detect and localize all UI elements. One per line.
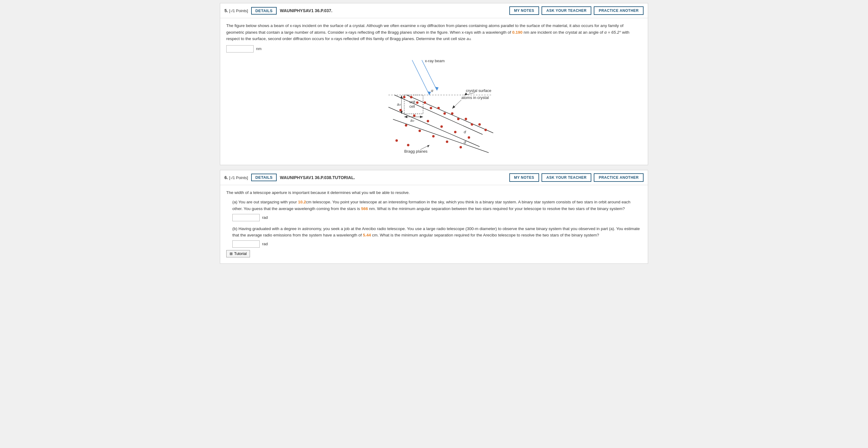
svg-marker-13 — [420, 116, 423, 118]
q5-details-button[interactable]: DETAILS — [251, 7, 277, 14]
q5-title: WAUNIPHYSAV1 36.P.037. — [280, 8, 506, 13]
svg-point-41 — [460, 146, 462, 149]
svg-line-17 — [393, 119, 489, 153]
svg-marker-12 — [404, 116, 407, 118]
svg-marker-45 — [452, 105, 455, 109]
q6-sub-a-input[interactable] — [232, 214, 260, 221]
q5-my-notes-button[interactable]: MY NOTES — [509, 6, 539, 15]
q6-details-button[interactable]: DETAILS — [251, 173, 277, 181]
svg-point-31 — [399, 109, 402, 111]
xray-beam-label: x-ray beam — [425, 59, 445, 63]
svg-point-19 — [416, 101, 418, 104]
svg-point-32 — [413, 115, 415, 117]
tutorial-icon: ⊞ — [229, 252, 232, 256]
q6-my-notes-button[interactable]: MY NOTES — [509, 173, 539, 182]
question-5-header: 5. [-/1 Points] DETAILS WAUNIPHYSAV1 36.… — [220, 3, 648, 18]
q6-sub-a-unit: rad — [262, 215, 268, 220]
q5-answer-input[interactable] — [226, 45, 254, 53]
q5-diagram: x-ray beam crystal surface — [226, 56, 642, 156]
bragg-planes-label: Bragg planes — [404, 149, 428, 154]
unit-cell-label2: cell — [409, 104, 415, 109]
svg-point-30 — [478, 123, 481, 126]
q6-sub-b-input[interactable] — [232, 241, 260, 248]
svg-point-18 — [403, 96, 405, 98]
tutorial-label: Tutorial — [234, 252, 247, 256]
svg-point-43 — [407, 144, 409, 146]
q5-ask-teacher-button[interactable]: ASK YOUR TEACHER — [541, 6, 591, 15]
svg-point-33 — [427, 120, 429, 122]
svg-point-35 — [454, 131, 457, 133]
svg-point-27 — [437, 107, 440, 109]
svg-point-24 — [485, 129, 487, 131]
question-5-block: 5. [-/1 Points] DETAILS WAUNIPHYSAV1 36.… — [220, 3, 648, 165]
svg-line-0 — [412, 60, 429, 95]
svg-point-28 — [451, 112, 454, 115]
q6-sub-a: (a) You are out stargazing with your 10.… — [232, 199, 642, 212]
svg-point-22 — [457, 118, 460, 120]
svg-line-2 — [422, 60, 437, 91]
svg-point-26 — [424, 101, 426, 104]
svg-point-36 — [468, 136, 470, 139]
q5-body: The figure below shows a beam of x-rays … — [220, 18, 648, 165]
svg-point-40 — [446, 140, 448, 143]
q5-number: 5. [-/1 Points] — [224, 8, 248, 13]
svg-marker-1 — [427, 91, 431, 95]
atoms-label: atoms in crystal — [461, 95, 489, 100]
question-6-block: 6. [-/1 Points] DETAILS WAUNIPHYSAV1 36.… — [220, 170, 648, 264]
q5-description: The figure below shows a beam of x-rays … — [226, 23, 642, 42]
d-label-2: d — [464, 140, 466, 145]
svg-point-42 — [396, 139, 398, 142]
svg-point-39 — [432, 135, 435, 137]
a0-vertical: a₀ — [397, 102, 401, 106]
crystal-surface-label: crystal surface — [466, 88, 491, 93]
q6-header-buttons: MY NOTES ASK YOUR TEACHER PRACTICE ANOTH… — [509, 173, 644, 182]
q5-practice-another-button[interactable]: PRACTICE ANOTHER — [594, 6, 644, 15]
q6-intro: The width of a telescope aperture is imp… — [226, 189, 642, 196]
svg-point-23 — [471, 123, 473, 126]
a0-horizontal: a₀ — [410, 118, 414, 123]
svg-point-38 — [418, 130, 421, 132]
svg-point-20 — [430, 107, 432, 109]
svg-point-21 — [443, 112, 446, 115]
q6-sub-b-unit: rad — [262, 242, 268, 246]
svg-point-25 — [410, 96, 412, 98]
q6-sub-b: (b) Having graduated with a degree in as… — [232, 226, 642, 238]
svg-point-34 — [440, 125, 443, 128]
d-label-1: d — [464, 130, 466, 134]
q6-sub-a-answer: rad — [232, 214, 642, 221]
svg-line-14 — [395, 95, 483, 134]
q6-ask-teacher-button[interactable]: ASK YOUR TEACHER — [541, 173, 591, 182]
svg-point-29 — [465, 118, 467, 120]
q6-practice-another-button[interactable]: PRACTICE ANOTHER — [594, 173, 644, 182]
q5-unit: nm — [256, 46, 261, 51]
q6-sub-b-answer: rad — [232, 241, 642, 248]
q6-number: 6. [-/1 Points] — [224, 175, 248, 180]
tutorial-button[interactable]: ⊞ Tutorial — [226, 250, 250, 257]
q6-title: WAUNIPHYSAV1 36.P.038.TUTORIAL. — [280, 175, 506, 180]
alpha-label: α — [431, 88, 433, 93]
svg-marker-47 — [427, 145, 429, 148]
q6-body: The width of a telescope aperture is imp… — [220, 185, 648, 263]
svg-point-37 — [405, 124, 407, 127]
svg-marker-3 — [435, 87, 439, 91]
q5-header-buttons: MY NOTES ASK YOUR TEACHER PRACTICE ANOTH… — [509, 6, 644, 15]
q5-answer-row: nm — [226, 45, 642, 53]
question-6-header: 6. [-/1 Points] DETAILS WAUNIPHYSAV1 36.… — [220, 170, 648, 185]
